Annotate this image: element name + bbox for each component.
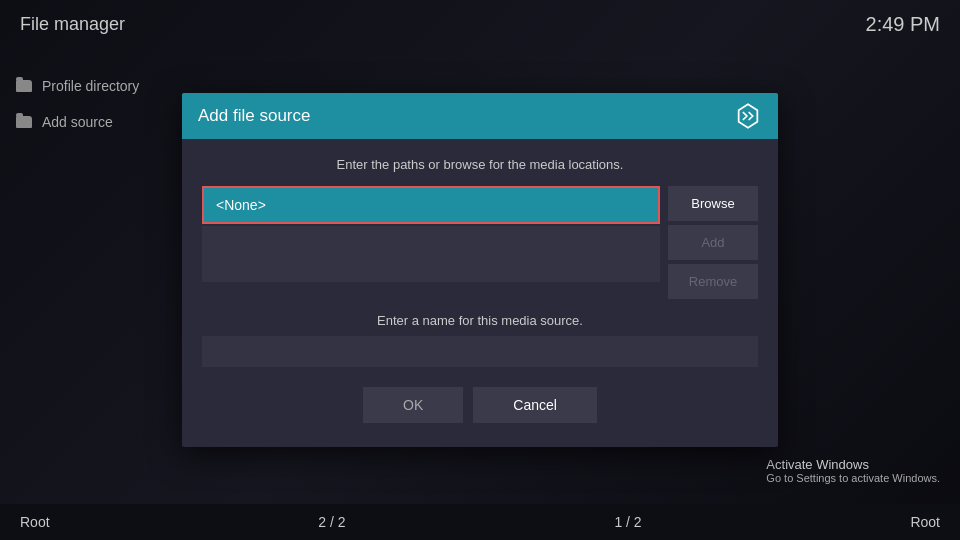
dialog-body: Enter the paths or browse for the media … (182, 139, 778, 447)
cancel-button[interactable]: Cancel (473, 387, 597, 423)
name-input[interactable] (202, 336, 758, 367)
name-section: Enter a name for this media source. (202, 313, 758, 367)
paths-instruction: Enter the paths or browse for the media … (202, 157, 758, 172)
ok-button[interactable]: OK (363, 387, 463, 423)
path-row: Browse Add Remove (202, 186, 758, 299)
dialog-header: Add file source (182, 93, 778, 139)
path-input-container (202, 186, 660, 282)
dialog-title: Add file source (198, 106, 310, 126)
browse-button[interactable]: Browse (668, 186, 758, 221)
add-button[interactable]: Add (668, 225, 758, 260)
path-list-area (202, 226, 660, 282)
remove-button[interactable]: Remove (668, 264, 758, 299)
side-buttons: Browse Add Remove (668, 186, 758, 299)
add-file-source-dialog: Add file source Enter the paths or brows… (182, 93, 778, 447)
kodi-icon-svg (734, 102, 762, 130)
dialog-footer: OK Cancel (202, 387, 758, 427)
path-input[interactable] (202, 186, 660, 224)
name-instruction: Enter a name for this media source. (202, 313, 758, 328)
modal-overlay: Add file source Enter the paths or brows… (0, 0, 960, 540)
kodi-logo-icon (734, 102, 762, 130)
